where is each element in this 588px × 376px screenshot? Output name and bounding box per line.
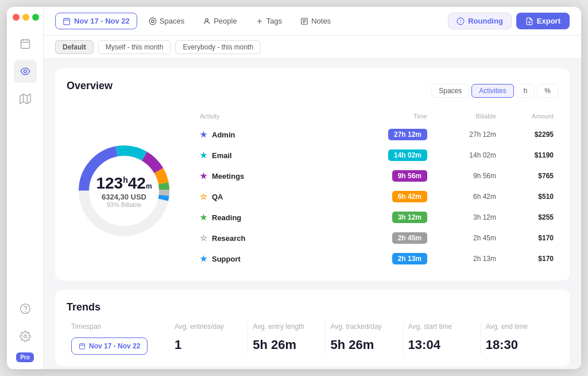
billable-cell: 2h 45m (427, 234, 496, 242)
time-badge: 9h 56m (392, 170, 427, 182)
donut-center: 123h42m 6324,30 USD 93% Billable (96, 174, 152, 208)
donut-billable: 93% Billable (96, 201, 152, 208)
trends-title: Trends (67, 301, 558, 313)
toggle-activities[interactable]: Activities (471, 84, 513, 98)
trends-col-label: Avg. entry length (253, 323, 320, 331)
traffic-lights (7, 14, 39, 21)
trends-timespan-col: Timespan Nov 17 - Nov 22 (67, 323, 170, 355)
trends-col-value: 18:30 (486, 337, 554, 352)
toggle-percent[interactable]: % (537, 84, 558, 98)
filter-everybody[interactable]: Everybody - this month (175, 40, 261, 54)
rounding-icon (457, 17, 465, 25)
overview-card: Overview Spaces Activities h % (55, 68, 570, 281)
table-row: ★ Email 14h 02m 14h 02m $1190 (195, 145, 558, 166)
app-window: Pro Nov 17 - Nov 22 Spaces People (7, 7, 581, 369)
star-icon: ★ (200, 171, 207, 181)
trends-card: Trends Timespan Nov 17 - Nov 22 Avg. ent… (55, 290, 570, 366)
activity-label: QA (212, 193, 223, 201)
main-content: Nov 17 - Nov 22 Spaces People Tags Notes (44, 7, 581, 369)
trends-col-0: Avg. entries/day 1 (170, 323, 247, 355)
nav-spaces[interactable]: Spaces (142, 13, 191, 29)
filter-default[interactable]: Default (55, 40, 94, 54)
time-cell: 14h 02m (358, 149, 427, 161)
time-badge: 6h 42m (392, 191, 427, 202)
trends-calendar-icon (79, 343, 86, 350)
trends-grid: Timespan Nov 17 - Nov 22 Avg. entries/da… (67, 323, 558, 355)
svg-marker-5 (20, 94, 30, 104)
sidebar-insights-icon[interactable] (14, 60, 37, 83)
col-time: Time (358, 113, 427, 120)
activity-name: ★ Meetings (200, 171, 358, 181)
activity-name: ☆ Research (200, 233, 358, 243)
time-badge: 2h 13m (392, 253, 427, 264)
filter-myself[interactable]: Myself - this month (98, 40, 171, 54)
sidebar-settings-icon[interactable] (14, 325, 37, 348)
toggle-hours[interactable]: h (516, 84, 535, 98)
activity-name: ★ Reading (200, 213, 358, 222)
svg-point-4 (24, 70, 26, 73)
activity-label: Reading (212, 213, 241, 222)
time-cell: 9h 56m (358, 170, 427, 182)
donut-hours: 123h42m (96, 174, 152, 193)
rounding-button[interactable]: Rounding (448, 13, 512, 29)
overview-body: 123h42m 6324,30 USD 93% Billable Activit… (67, 113, 558, 269)
time-cell: 2h 45m (358, 232, 427, 244)
time-cell: 2h 13m (358, 253, 427, 264)
view-toggle: Spaces Activities h % (431, 84, 558, 98)
sidebar-calendar-icon[interactable] (14, 32, 37, 55)
nav-tags[interactable]: Tags (249, 13, 289, 29)
table-row: ☆ Research 2h 45m 2h 45m $170 (195, 228, 558, 248)
toggle-spaces[interactable]: Spaces (431, 84, 469, 98)
svg-point-16 (151, 20, 154, 22)
nav-notes[interactable]: Notes (293, 13, 338, 29)
time-cell: 27h 12m (358, 129, 427, 140)
sidebar-help-icon[interactable] (14, 297, 37, 320)
time-cell: 3h 12m (358, 212, 427, 223)
pro-badge[interactable]: Pro (16, 352, 34, 362)
svg-point-10 (24, 335, 26, 338)
time-badge: 2h 45m (392, 232, 427, 244)
trends-col-label: Avg. start time (408, 323, 476, 331)
close-button[interactable] (13, 14, 20, 21)
spaces-icon (149, 17, 157, 25)
notes-icon (300, 17, 308, 25)
activity-label: Meetings (212, 172, 244, 181)
sidebar-map-icon[interactable] (14, 87, 37, 110)
billable-cell: 6h 42m (427, 193, 496, 201)
trends-date-label: Nov 17 - Nov 22 (89, 342, 140, 350)
star-icon: ☆ (200, 233, 207, 243)
star-icon: ★ (200, 151, 207, 160)
calendar-icon (63, 17, 71, 25)
sidebar: Pro (7, 7, 44, 369)
trends-date-button[interactable]: Nov 17 - Nov 22 (71, 337, 148, 355)
donut-usd: 6324,30 USD (96, 193, 152, 201)
trends-col-2: Avg. tracked/day 5h 26m (325, 323, 403, 355)
star-icon: ★ (200, 130, 207, 139)
amount-cell: $170 (496, 234, 554, 242)
amount-cell: $2295 (496, 131, 554, 139)
trends-col-value: 1 (175, 337, 243, 352)
table-header: Activity Time Billable Amount (195, 113, 558, 124)
trends-timespan-label: Timespan (71, 323, 165, 331)
people-icon (203, 17, 211, 25)
time-badge: 27h 12m (388, 129, 427, 140)
time-badge: 3h 12m (392, 212, 427, 223)
maximize-button[interactable] (32, 14, 39, 21)
tags-icon (256, 17, 264, 25)
svg-point-17 (206, 18, 208, 21)
activity-label: Support (212, 255, 241, 263)
nav-notes-label: Notes (311, 17, 331, 25)
nav-people[interactable]: People (196, 13, 243, 29)
export-button[interactable]: Export (516, 13, 570, 29)
time-badge: 14h 02m (388, 149, 427, 161)
activity-name: ★ Admin (200, 130, 358, 139)
trends-col-3: Avg. start time 13:04 (403, 323, 481, 355)
minimize-button[interactable] (22, 14, 29, 21)
amount-cell: $1190 (496, 151, 554, 159)
amount-cell: $255 (496, 213, 554, 221)
date-range-button[interactable]: Nov 17 - Nov 22 (55, 13, 137, 29)
filterbar: Default Myself - this month Everybody - … (44, 36, 581, 59)
rounding-label: Rounding (468, 17, 503, 25)
activity-label: Email (212, 151, 232, 160)
donut-chart: 123h42m 6324,30 USD 93% Billable (67, 113, 181, 269)
